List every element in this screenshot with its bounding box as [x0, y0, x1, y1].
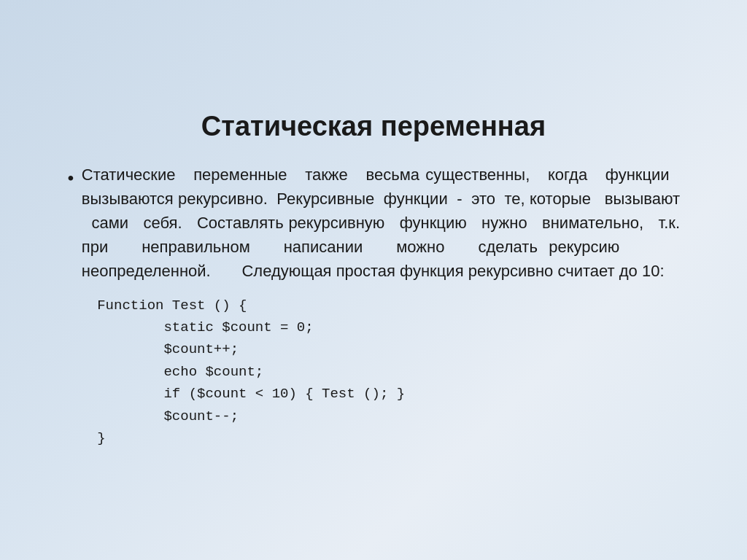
bullet-dot: • — [67, 164, 74, 192]
code-block: Function Test () { static $count = 0; $c… — [89, 295, 680, 450]
slide: Статическая переменная • Статические пер… — [31, 89, 716, 472]
code-line-5: if ($count < 10) { Test (); } — [89, 383, 680, 405]
bullet-item: • Статические переменные также весьма су… — [67, 163, 680, 450]
bullet-wrapper: Статические переменные также весьма суще… — [82, 163, 680, 450]
slide-content: • Статические переменные также весьма су… — [67, 163, 680, 450]
bullet-text: Статические переменные также весьма суще… — [82, 163, 680, 283]
code-line-6: $count--; — [89, 405, 680, 427]
slide-title: Статическая переменная — [67, 111, 680, 142]
code-line-2: static $count = 0; — [89, 316, 680, 338]
code-line-7: } — [89, 427, 680, 449]
code-line-4: echo $count; — [89, 361, 680, 383]
code-line-3: $count++; — [89, 338, 680, 360]
code-line-1: Function Test () { — [89, 295, 680, 316]
